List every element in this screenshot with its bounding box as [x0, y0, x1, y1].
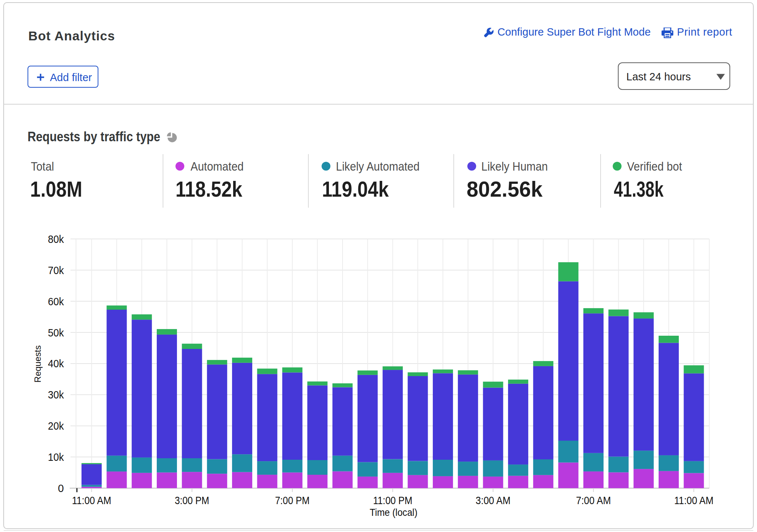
svg-text:Time (local): Time (local): [370, 507, 417, 518]
svg-text:40k: 40k: [48, 358, 64, 369]
svg-text:0: 0: [58, 482, 64, 494]
svg-text:11:00 AM: 11:00 AM: [674, 495, 713, 506]
svg-text:10k: 10k: [48, 451, 64, 463]
svg-text:11:00 PM: 11:00 PM: [373, 495, 412, 506]
svg-text:3:00 PM: 3:00 PM: [175, 495, 209, 506]
svg-text:50k: 50k: [48, 327, 64, 339]
svg-text:3:00 AM: 3:00 AM: [476, 495, 511, 506]
svg-text:60k: 60k: [48, 296, 64, 307]
svg-text:80k: 80k: [48, 233, 64, 245]
svg-text:70k: 70k: [48, 265, 64, 276]
svg-text:7:00 PM: 7:00 PM: [275, 495, 309, 506]
svg-text:11:00 AM: 11:00 AM: [72, 495, 111, 506]
svg-text:Requests: Requests: [33, 345, 43, 382]
svg-text:20k: 20k: [48, 420, 64, 432]
svg-text:30k: 30k: [48, 389, 64, 401]
svg-text:7:00 AM: 7:00 AM: [576, 495, 611, 506]
